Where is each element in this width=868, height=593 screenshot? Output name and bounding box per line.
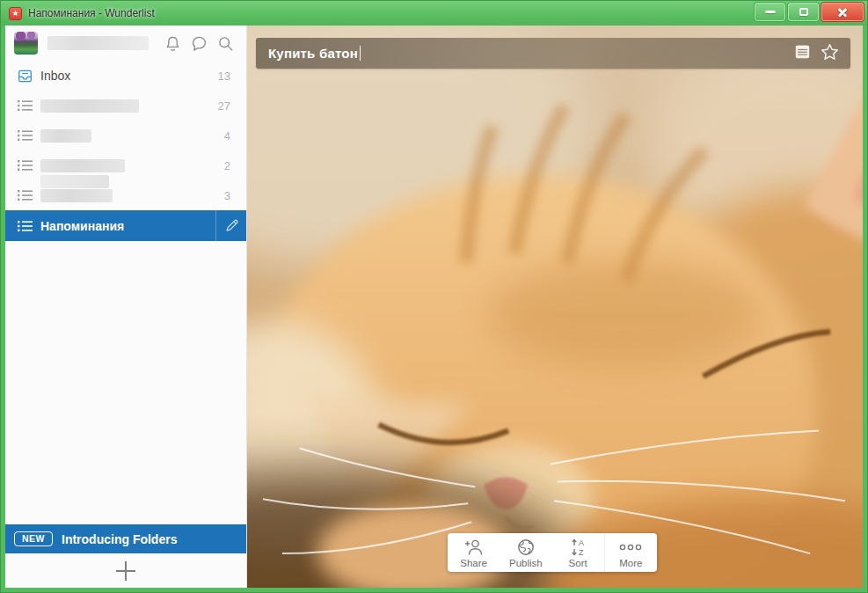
username-blurred — [47, 36, 149, 50]
notifications-button[interactable] — [164, 35, 181, 52]
add-person-icon — [463, 538, 485, 557]
sidebar-item-list-2[interactable]: 4 — [5, 121, 246, 150]
list-action-toolbar: Share Publish — [448, 533, 657, 572]
banner-title: Introducing Folders — [62, 532, 177, 546]
minimize-button[interactable] — [755, 3, 785, 21]
globe-icon — [516, 538, 536, 557]
add-list-button[interactable] — [5, 553, 246, 588]
titlebar[interactable]: ★ Напоминания - Wunderlist — [1, 1, 867, 26]
svg-text:A: A — [579, 538, 584, 547]
list-name-blurred — [40, 129, 91, 143]
maximize-button[interactable] — [788, 3, 819, 21]
list-item-count: 2 — [224, 159, 230, 172]
list-icon — [18, 189, 33, 201]
window-title: Напоминания - Wunderlist — [28, 7, 155, 19]
sort-alpha-icon: A Z — [568, 538, 587, 557]
inbox-icon — [18, 69, 33, 84]
conversation-icon — [191, 35, 208, 52]
toolbar-label: Share — [460, 558, 487, 568]
toolbar-label: Publish — [509, 558, 543, 568]
sidebar-item-inbox[interactable]: Inbox 13 — [5, 61, 246, 91]
sidebar-item-reminders-selected[interactable]: Напоминания — [5, 210, 246, 241]
list-item-count: 13 — [218, 70, 230, 83]
svg-text:Z: Z — [579, 548, 584, 557]
list-icon — [18, 159, 33, 172]
sidebar-item-list-1[interactable]: 27 — [5, 91, 246, 121]
list-item-label: Напоминания — [40, 219, 124, 233]
new-badge: NEW — [14, 531, 53, 546]
sidebar-bottom: NEW Introducing Folders — [5, 524, 246, 588]
list-icon — [18, 220, 33, 232]
task-input-value: Купить батон — [268, 46, 358, 61]
minimize-icon — [765, 11, 776, 13]
more-dots-icon — [618, 538, 643, 557]
main-area: Купить батон — [247, 26, 863, 588]
toolbar-label: Sort — [569, 558, 587, 568]
list-icon — [18, 99, 33, 112]
star-icon — [821, 43, 839, 61]
close-icon — [836, 6, 849, 18]
pencil-icon — [224, 218, 239, 233]
bell-icon — [164, 35, 181, 52]
conversations-button[interactable] — [191, 35, 208, 52]
list-item-count: 4 — [224, 129, 230, 143]
list-collection: Inbox 13 27 — [5, 61, 246, 241]
search-icon — [217, 35, 234, 52]
introducing-folders-banner[interactable]: NEW Introducing Folders — [5, 524, 246, 553]
publish-button[interactable]: Publish — [500, 533, 551, 572]
close-button[interactable] — [821, 3, 864, 21]
sidebar: Inbox 13 27 — [5, 26, 247, 588]
list-name-blurred — [40, 99, 139, 113]
app-body: Inbox 13 27 — [5, 26, 863, 588]
list-name-blurred — [40, 159, 125, 172]
note-icon — [795, 45, 810, 59]
sort-button[interactable]: A Z Sort — [552, 533, 604, 572]
list-name-blurred — [40, 189, 113, 202]
note-button[interactable] — [795, 45, 810, 62]
list-item-count: 27 — [218, 99, 230, 113]
edit-list-button[interactable] — [215, 210, 246, 241]
list-item-label: Inbox — [40, 69, 70, 83]
sidebar-item-list-3[interactable]: 2 — [5, 150, 246, 180]
task-input[interactable]: Купить батон — [256, 38, 850, 69]
list-item-count: 3 — [224, 189, 230, 202]
toolbar-label: More — [619, 558, 642, 568]
search-button[interactable] — [217, 35, 234, 52]
share-button[interactable]: Share — [448, 533, 500, 572]
star-button[interactable] — [821, 43, 839, 64]
sidebar-header — [5, 26, 246, 61]
wunderlist-window: ★ Напоминания - Wunderlist — [0, 0, 868, 593]
list-icon — [18, 129, 33, 142]
wunderlist-app-icon: ★ — [9, 7, 22, 20]
plus-icon — [116, 561, 135, 581]
more-button[interactable]: More — [604, 533, 657, 572]
user-avatar[interactable] — [14, 32, 38, 55]
window-controls — [752, 3, 864, 21]
maximize-icon — [799, 8, 808, 16]
app-star-glyph: ★ — [11, 10, 18, 18]
cat-background-photo — [247, 26, 863, 588]
text-cursor — [360, 46, 361, 61]
